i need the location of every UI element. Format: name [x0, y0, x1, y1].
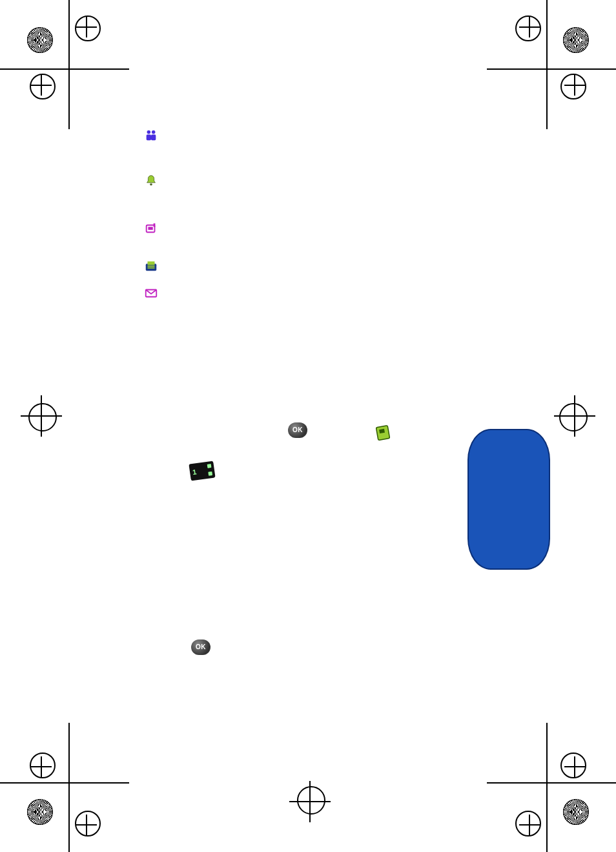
svg-rect-7 [154, 223, 156, 227]
ok-button-icon: OK [288, 422, 307, 438]
registration-mark-top-right [487, 0, 616, 129]
people-icon [143, 128, 159, 143]
registration-mark-mid-left [0, 362, 129, 491]
fax-icon [143, 258, 159, 274]
svg-point-0 [147, 130, 151, 134]
svg-point-4 [150, 183, 152, 186]
registration-mark-bottom-left [0, 723, 129, 852]
svg-rect-9 [148, 262, 155, 265]
svg-rect-11 [148, 267, 155, 269]
ok-button-icon: OK [191, 639, 210, 655]
sim-card-icon: 1 [189, 461, 215, 481]
phone-illustration [467, 429, 550, 570]
pager-icon [143, 221, 159, 236]
svg-rect-10 [148, 265, 155, 267]
registration-mark-top-left [0, 0, 129, 129]
svg-rect-6 [148, 227, 152, 230]
registration-mark-bottom-right [487, 723, 616, 852]
svg-point-1 [152, 130, 156, 134]
registration-mark-bottom-center [245, 723, 375, 852]
mail-icon [143, 286, 159, 301]
address-book-icon [375, 424, 393, 442]
bell-icon [143, 173, 159, 189]
sim-card-label: 1 [192, 468, 197, 476]
svg-rect-2 [147, 134, 151, 140]
svg-rect-3 [151, 134, 156, 140]
